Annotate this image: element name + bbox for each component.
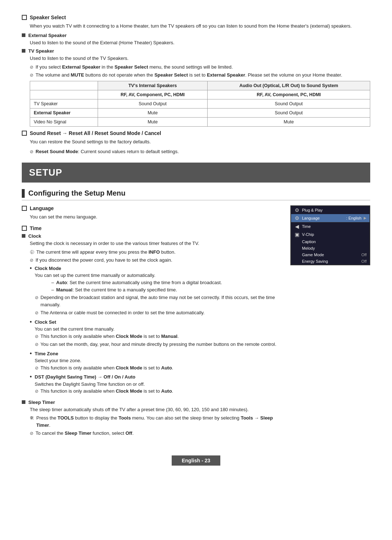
clock-mode-items: – Auto: Set the current time automatical… [52, 279, 283, 294]
menu-row-vchip: ▣ V-Chip [291, 230, 369, 238]
external-speaker-body: Used to listen to the sound of the Exter… [30, 39, 370, 46]
speaker-select-title: Speaker Select [30, 15, 66, 20]
tools-icon: 🛠 [30, 415, 34, 421]
menu-row-plugplay: ⚙ Plug & Play [291, 206, 369, 214]
table-col1-header: TV's Internal Speakers [98, 81, 208, 90]
speaker-select-body: When you watch TV with it connecting to … [30, 22, 370, 30]
time-heading: Time [22, 225, 283, 231]
sleep-timer-note-2: ⊘ To cancel the Sleep Timer function, se… [30, 430, 283, 437]
clock-set-label: Clock Set [35, 319, 56, 325]
configuring-title: Configuring the Setup Menu [28, 189, 126, 197]
time-zone-label: Time Zone [35, 351, 58, 356]
clock-set-note-2: ⊘ You can set the month, day, year, hour… [35, 341, 277, 348]
row-external-speaker-col2: Sound Output [208, 108, 370, 117]
time-zone-body: Select your time zone. [35, 358, 82, 363]
menu-mockup-container: ⚙ Plug & Play ⚙ Language : English ▶ ◀ T… [290, 205, 370, 265]
language-heading: Language [22, 205, 283, 211]
note-2: ⊘ The volume and MUTE buttons do not ope… [30, 71, 370, 79]
menu-row-energysaving: Energy Saving Off [291, 258, 369, 265]
clock-set-content: Clock Set You can set the current time m… [35, 319, 277, 349]
note-icon-1: ⊘ [30, 64, 33, 70]
speaker-table: TV's Internal Speakers Audio Out (Optica… [30, 81, 370, 127]
note-icon-clock-2: ⊘ [30, 257, 33, 263]
clock-set-body: You can set the current time manually. [35, 326, 115, 332]
clock-note-1-text: The current time will appear every time … [36, 249, 176, 256]
config-title-row: Configuring the Setup Menu [22, 189, 370, 200]
clock-mode-note-1: ⊘ Depending on the broadcast station and… [35, 294, 283, 308]
table-sub-header-2: RF, AV, Component, PC, HDMI [208, 90, 370, 99]
row-tv-speaker-col2: Sound Output [208, 99, 370, 108]
language-time-section: Language You can set the menu language. … [22, 205, 370, 438]
clock-mode-body: You can set up the current time manually… [35, 273, 155, 278]
row-video-no-signal-col2: Mute [208, 117, 370, 126]
clock-mode-bullet: • Clock Mode You can set up the current … [30, 265, 283, 318]
table-col2-header: Audio Out (Optical, L/R Out) to Sound Sy… [208, 81, 370, 90]
note-icon-dst: ⊘ [35, 388, 38, 394]
sleep-timer-note-1: 🛠 Press the TOOLS button to display the … [30, 414, 283, 429]
tv-speaker-body: Used to listen to the sound of the TV Sp… [30, 55, 370, 62]
bullet-dot-3: • [30, 351, 32, 356]
row-video-no-signal-label: Video No Signal [30, 117, 98, 126]
row-video-no-signal-col1: Mute [98, 117, 208, 126]
time-zone-bullet: • Time Zone Select your time zone. ⊘ Thi… [30, 350, 283, 373]
setup-banner: SETUP [22, 163, 370, 183]
menu-row-language: ⚙ Language : English ▶ [291, 214, 369, 222]
note-1: ⊘ If you select External Speaker in the … [30, 64, 370, 71]
sleep-timer-heading: Sleep Timer [22, 400, 283, 405]
table-sub-header-1: RF, AV, Component, PC, HDMI [98, 90, 208, 99]
language-section: Language You can set the menu language. [22, 205, 283, 221]
sleep-timer-label: Sleep Timer [28, 400, 55, 405]
note-1-text: If you select External Speaker in the Sp… [36, 64, 233, 71]
menu-icon-setup: ⚙ [294, 207, 300, 213]
sleep-timer-body: The sleep timer automatically shuts off … [30, 406, 283, 413]
square-icon-sleep [22, 400, 25, 404]
square-icon-external [22, 33, 25, 37]
table-row: External Speaker Mute Sound Output [30, 108, 370, 117]
config-bar-icon [22, 189, 25, 198]
sound-reset-title: Sound Reset → Reset All / Reset Sound Mo… [30, 130, 161, 136]
bullet-dot-4: • [30, 374, 32, 380]
clock-heading: Clock [22, 233, 283, 239]
clock-note-1: 🛈 The current time will appear every tim… [30, 249, 283, 256]
note-2-text: The volume and MUTE buttons do not opera… [36, 71, 342, 79]
clock-mode-auto: – Auto: Set the current time automatical… [52, 279, 283, 287]
table-row: TV Speaker Sound Output Sound Output [30, 99, 370, 108]
clock-set-bullet: • Clock Set You can set the current time… [30, 319, 283, 349]
dst-note: ⊘ This function is only available when C… [35, 388, 173, 395]
arrow-right-icon: ▶ [364, 216, 367, 220]
menu-row-caption: Caption [291, 238, 369, 245]
page-footer: English - 23 [22, 453, 370, 469]
menu-row-gamemode: Game Mode Off [291, 251, 369, 258]
speaker-select-heading: Speaker Select [22, 15, 370, 20]
dst-content: DST (Daylight Saving Time) → Off / On / … [35, 373, 173, 396]
row-external-speaker-col1: Mute [98, 108, 208, 117]
sound-reset-section: Sound Reset → Reset All / Reset Sound Mo… [22, 130, 370, 155]
square-icon-clock [22, 234, 25, 238]
time-section: Time Clock Setting the clock is necessar… [22, 225, 283, 437]
note-icon-cs2: ⊘ [35, 341, 38, 348]
time-zone-note: ⊘ This function is only available when C… [35, 364, 173, 372]
time-zone-content: Time Zone Select your time zone. ⊘ This … [35, 350, 173, 373]
clock-note-2: ⊘ If you disconnect the power cord, you … [30, 257, 283, 264]
note-icon-2: ⊘ [30, 72, 33, 78]
row-tv-speaker-label: TV Speaker [30, 99, 98, 108]
content-left: Language You can set the menu language. … [22, 205, 283, 438]
menu-icon-language: ⚙ [294, 215, 300, 221]
note-icon-st2: ⊘ [30, 430, 33, 437]
language-body: You can set the menu language. [30, 213, 283, 221]
external-speaker-label: External Speaker [28, 33, 67, 38]
row-tv-speaker-col1: Sound Output [98, 99, 208, 108]
menu-row-melody: Melody [291, 245, 369, 251]
clock-note-2-text: If you disconnect the power cord, you ha… [36, 257, 172, 264]
sound-reset-heading: Sound Reset → Reset All / Reset Sound Mo… [22, 130, 370, 136]
sound-reset-note-text: Reset Sound Mode: Current sound values r… [36, 148, 179, 155]
info-icon-1: 🛈 [30, 249, 34, 255]
dst-label: DST (Daylight Saving Time) → Off / On / … [35, 374, 135, 380]
note-icon-cm1: ⊘ [35, 294, 38, 301]
square-icon-tv [22, 49, 25, 53]
note-icon-cs1: ⊘ [35, 333, 38, 340]
menu-mockup: ⚙ Plug & Play ⚙ Language : English ▶ ◀ T… [290, 205, 370, 265]
clock-label: Clock [28, 233, 41, 239]
dst-bullet: • DST (Daylight Saving Time) → Off / On … [30, 373, 283, 396]
clock-mode-label: Clock Mode [35, 266, 61, 271]
